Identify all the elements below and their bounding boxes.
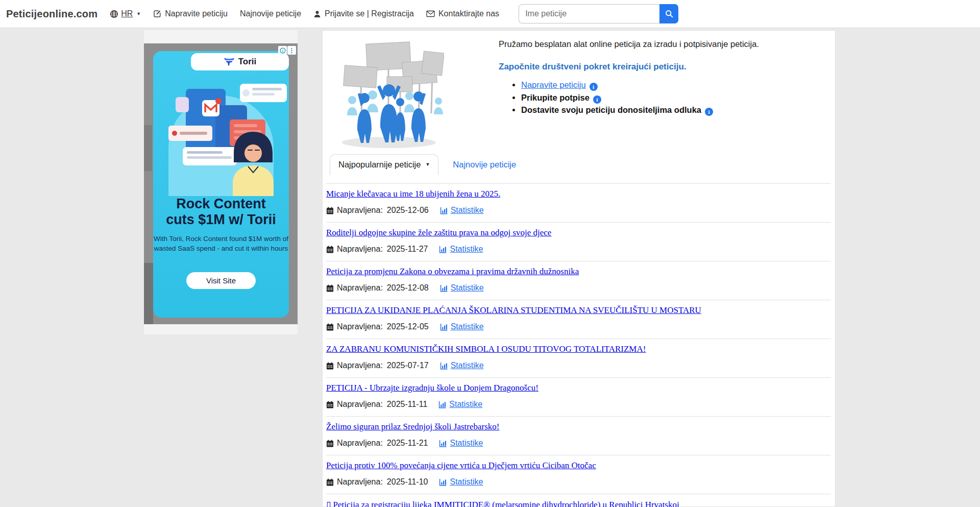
petition-title-link[interactable]: Micanje klečavaca u ime 18 ubijenih žena… [326, 189, 500, 199]
petition-title-link[interactable]: Roditelji odgojne skupine žele zaštitu p… [326, 228, 551, 238]
search-button[interactable] [659, 4, 678, 23]
ad-headline: Rock Content cuts $1M w/ Torii [153, 196, 289, 228]
petition-title-link[interactable]: PETICIJA - Ubrzajte izgradnju škole u Do… [326, 383, 538, 393]
create-petition-link[interactable]: Napravite peticiju [521, 80, 586, 89]
petition-statistics-link[interactable]: Statistike [440, 206, 484, 215]
main-content-card: Pružamo besplatan alat online peticija z… [322, 30, 836, 507]
petition-title-link[interactable]: Želimo siguran prilaz Srednjoj školi Jas… [326, 422, 499, 432]
bar-chart-icon [439, 246, 447, 253]
ad-options-kebab-icon[interactable]: ⋮ [287, 46, 296, 55]
petition-title-link[interactable]: ▯ Peticija za registraciju lijeka IMMITI… [326, 499, 679, 507]
petition-row: Micanje klečavaca u ime 18 ubijenih žena… [326, 183, 831, 222]
petition-row: ZA ZABRANU KOMUNISTIČKIH SIMBOLA I OSUDU… [326, 339, 831, 377]
nav-login-register[interactable]: Prijavite se | Registracija [313, 9, 414, 18]
intro-bullet-list: Napravite peticijui Prikupite potpisei D… [499, 79, 826, 116]
adchoices-controls: ⋮ [278, 46, 296, 55]
top-navigation-bar: Peticijeonline.com HR ▼ Napravite petici… [0, 0, 980, 28]
petition-created-date: Napravljena:2025-11-27 [326, 245, 428, 254]
petition-title-link[interactable]: PETICIJA ZA UKIDANJE PLAĆANJA ŠKOLARINA … [326, 305, 701, 316]
petition-created-date: Napravljena:2025-12-06 [326, 206, 429, 215]
envelope-icon [426, 10, 435, 17]
petition-created-date: Napravljena:2025-11-21 [326, 439, 428, 448]
petition-title-link[interactable]: ZA ZABRANU KOMUNISTIČKIH SIMBOLA I OSUDU… [326, 344, 646, 354]
ad-brand-band: Torii [191, 53, 289, 70]
ad-background-remnant [144, 263, 153, 324]
calendar-icon [326, 284, 334, 292]
info-icon[interactable]: i [590, 83, 598, 91]
petition-statistics-link[interactable]: Statistike [438, 400, 482, 409]
petition-statistics-link[interactable]: Statistike [440, 361, 484, 370]
calendar-icon [326, 440, 334, 447]
language-selector[interactable]: HR ▼ [110, 9, 141, 18]
search-input[interactable] [519, 4, 659, 23]
bar-chart-icon [440, 207, 448, 214]
petition-created-date: Napravljena:2025-07-17 [326, 361, 429, 370]
intro-heading: Započnite društveni pokret kreirajući pe… [499, 62, 826, 72]
ad-brand-name: Torii [238, 57, 257, 67]
caret-down-icon: ▼ [425, 162, 430, 167]
petition-statistics-link[interactable]: Statistike [439, 477, 483, 487]
nav-contact[interactable]: Kontaktirajte nas [426, 9, 499, 18]
ad-frame: Torii [144, 43, 298, 324]
person-icon [313, 10, 321, 18]
globe-icon [110, 10, 118, 18]
petition-search [519, 4, 678, 23]
petition-created-date: Napravljena:2025-12-05 [326, 322, 429, 331]
petition-statistics-link[interactable]: Statistike [440, 322, 484, 331]
language-code: HR [121, 9, 133, 18]
petition-row: PETICIJA ZA UKIDANJE PLAĆANJA ŠKOLARINA … [326, 300, 831, 339]
petition-statistics-link[interactable]: Statistike [439, 439, 483, 448]
protest-illustration [338, 38, 444, 151]
petition-row: Roditelji odgojne skupine žele zaštitu p… [326, 222, 831, 261]
petition-row: Peticija za promjenu Zakona o obvezama i… [326, 261, 831, 300]
intro-block: Pružamo besplatan alat online peticija z… [499, 39, 826, 116]
bar-chart-icon [440, 362, 448, 370]
bullet-create-petition: Napravite peticijui [521, 79, 826, 91]
ad-background-remnant [144, 125, 152, 171]
bar-chart-icon [439, 440, 447, 447]
petition-row: PETICIJA - Ubrzajte izgradnju škole u Do… [326, 377, 831, 416]
bullet-deliver-petition: Dostavite svoju peticiju donositeljima o… [521, 104, 826, 116]
calendar-icon [326, 207, 334, 214]
ad-illustration [153, 71, 289, 196]
calendar-icon [326, 362, 334, 370]
petition-statistics-link[interactable]: Statistike [440, 283, 484, 293]
petition-list-tabs: Najpopularnije peticije ▼ Najnovije peti… [330, 154, 525, 175]
site-logo[interactable]: Peticijeonline.com [6, 8, 97, 20]
petition-statistics-link[interactable]: Statistike [439, 245, 483, 254]
nav-create-petition[interactable]: Napravite peticiju [153, 9, 228, 18]
petition-row: ▯ Peticija za registraciju lijeka IMMITI… [326, 494, 831, 507]
search-icon [665, 10, 673, 18]
torii-logo-icon [224, 57, 235, 66]
petition-created-date: Napravljena:2025-11-10 [326, 477, 428, 487]
calendar-icon [326, 246, 334, 253]
visit-site-button[interactable]: Visit Site [186, 272, 256, 289]
ad-info-icon[interactable] [278, 46, 287, 55]
info-icon[interactable]: i [705, 108, 713, 116]
calendar-icon [326, 478, 334, 486]
ad-body-text: With Torii, Rock Content found $1M worth… [153, 234, 289, 253]
bullet-collect-signatures: Prikupite potpisei [521, 91, 826, 104]
petition-list: Micanje klečavaca u ime 18 ubijenih žena… [326, 183, 831, 507]
petition-title-link[interactable]: Peticija protiv 100% povećanja cijene vr… [326, 461, 596, 471]
petition-title-link[interactable]: Peticija za promjenu Zakona o obvezama i… [326, 267, 579, 277]
petition-row: Peticija protiv 100% povećanja cijene vr… [326, 455, 831, 494]
nav-latest-petitions[interactable]: Najnovije peticije [240, 9, 301, 18]
bar-chart-icon [439, 478, 447, 486]
bar-chart-icon [440, 284, 448, 292]
caret-down-icon: ▼ [136, 12, 141, 16]
petition-created-date: Napravljena:2025-11-11 [326, 400, 427, 409]
petition-created-date: Napravljena:2025-12-08 [326, 283, 429, 293]
bar-chart-icon [440, 323, 448, 331]
torii-ad-creative[interactable]: Torii [153, 51, 289, 318]
pencil-square-icon [153, 10, 161, 18]
ad-sidebar: Torii [144, 30, 298, 334]
intro-paragraph: Pružamo besplatan alat online peticija z… [499, 39, 826, 49]
info-icon[interactable]: i [593, 95, 601, 104]
calendar-icon [326, 323, 334, 331]
petition-row: Želimo siguran prilaz Srednjoj školi Jas… [326, 416, 831, 455]
tab-latest[interactable]: Najnovije peticije [444, 154, 525, 175]
calendar-icon [326, 401, 334, 408]
bar-chart-icon [438, 401, 447, 408]
tab-most-popular[interactable]: Najpopularnije peticije ▼ [330, 154, 438, 175]
